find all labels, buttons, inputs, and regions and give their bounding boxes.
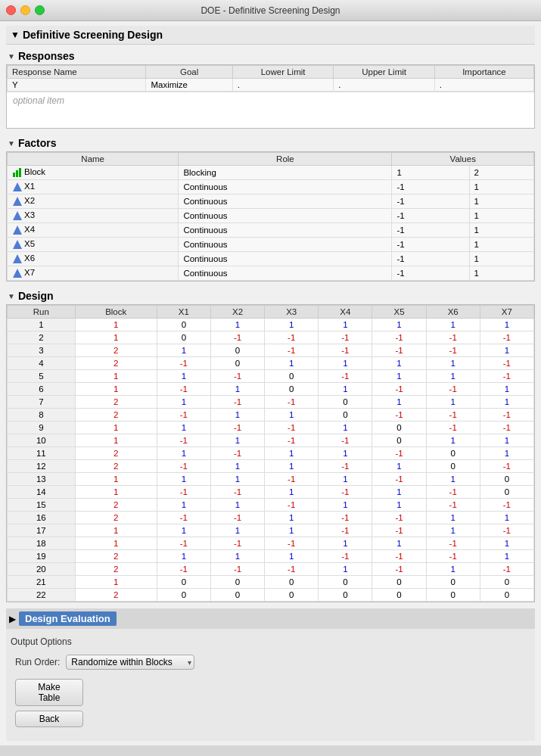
factor-row[interactable]: X4 Continuous -1 1 [8, 223, 534, 238]
design-cell: 0 [480, 589, 533, 602]
output-options-label: Output Options [6, 633, 535, 650]
factor-row[interactable]: X6 Continuous -1 1 [8, 252, 534, 266]
maximize-button[interactable] [35, 5, 45, 15]
design-cell: 2 [75, 409, 157, 422]
svg-marker-7 [13, 240, 22, 249]
design-cell: 0 [265, 589, 319, 602]
design-row: 42-101111-1 [8, 357, 534, 370]
dsd-collapse-icon[interactable]: ▼ [11, 30, 20, 40]
design-cell: 1 [480, 396, 533, 409]
design-cell: -1 [372, 473, 426, 486]
col-values: Values [392, 153, 534, 166]
factor-v1-cell: -1 [392, 252, 469, 266]
close-button[interactable] [6, 5, 16, 15]
design-evaluation-title: Design Evaluation [19, 611, 117, 626]
design-cell: 1 [265, 460, 319, 473]
design-header-row: RunBlockX1X2X3X4X5X6X7 [8, 306, 534, 319]
buttons-area: Make Table Back [6, 674, 535, 735]
design-cell: 3 [8, 344, 76, 357]
design-section-header[interactable]: ▼ Design [6, 288, 535, 304]
design-cell: 1 [372, 319, 426, 331]
design-cell: 0 [319, 396, 372, 409]
design-cell: 1 [210, 409, 264, 422]
design-cell: 2 [75, 550, 157, 563]
factor-row[interactable]: X2 Continuous -1 1 [8, 194, 534, 209]
factors-section-header[interactable]: ▼ Factors [6, 135, 535, 151]
run-order-select[interactable]: Keep the SameRandomizeRandomize within B… [66, 655, 194, 670]
design-cell: 1 [157, 447, 210, 460]
design-cell: -1 [480, 524, 533, 537]
factor-row[interactable]: X7 Continuous -1 1 [8, 266, 534, 281]
design-row: 82-1110-1-1-1 [8, 409, 534, 422]
design-cell: -1 [372, 383, 426, 396]
factor-name-cell: X1 [8, 180, 179, 194]
run-order-select-wrapper[interactable]: Keep the SameRandomizeRandomize within B… [66, 655, 194, 670]
responses-header-row: Response Name Goal Lower Limit Upper Lim… [8, 66, 534, 79]
design-col-header: X2 [210, 306, 264, 319]
design-cell: 22 [8, 589, 76, 602]
design-cell: 1 [426, 563, 480, 576]
factor-v2-cell: 1 [469, 238, 533, 252]
factor-role-cell: Continuous [179, 266, 392, 281]
factor-role-cell: Continuous [179, 194, 392, 209]
svg-marker-4 [13, 197, 22, 206]
factor-name-cell: X7 [8, 266, 179, 281]
design-cell: 1 [319, 357, 372, 370]
back-button[interactable]: Back [15, 711, 83, 727]
design-evaluation-header[interactable]: ▶ Design Evaluation [6, 608, 535, 629]
factor-row[interactable]: X5 Continuous -1 1 [8, 238, 534, 252]
design-cell: 1 [75, 524, 157, 537]
design-cell: 1 [75, 537, 157, 550]
factor-row[interactable]: Block Blocking 1 2 [8, 166, 534, 180]
design-eval-collapse-icon[interactable]: ▶ [9, 614, 16, 624]
design-cell: -1 [372, 409, 426, 422]
design-cell: 0 [372, 422, 426, 434]
make-table-button[interactable]: Make Table [15, 679, 83, 706]
design-cell: 11 [8, 447, 76, 460]
design-cell: 1 [372, 357, 426, 370]
factor-v1-cell: -1 [392, 209, 469, 223]
design-cell: 2 [75, 344, 157, 357]
continuous-icon [12, 196, 23, 207]
design-cell: 14 [8, 486, 76, 499]
continuous-icon [12, 182, 23, 192]
design-cell: -1 [210, 537, 264, 550]
design-cell: -1 [480, 499, 533, 512]
design-cell: 1 [426, 524, 480, 537]
design-cell: 0 [319, 409, 372, 422]
design-row: 110111111 [8, 319, 534, 331]
factors-collapse-icon: ▼ [8, 139, 15, 148]
factor-row[interactable]: X3 Continuous -1 1 [8, 209, 534, 223]
design-col-header: Run [8, 306, 76, 319]
response-row[interactable]: Y Maximize . . . [8, 79, 534, 92]
factor-name-cell: X6 [8, 252, 179, 266]
design-cell: -1 [265, 344, 319, 357]
design-cell: -1 [426, 409, 480, 422]
minimize-button[interactable] [20, 5, 30, 15]
factor-name-cell: X3 [8, 209, 179, 223]
design-cell: 1 [265, 409, 319, 422]
design-cell: 1 [265, 486, 319, 499]
factor-row[interactable]: X1 Continuous -1 1 [8, 180, 534, 194]
design-row: 15211-111-1-1 [8, 499, 534, 512]
design-row: 3210-1-1-1-11 [8, 344, 534, 357]
design-cell: 18 [8, 537, 76, 550]
design-col-header: X1 [157, 306, 210, 319]
design-cell: 13 [8, 473, 76, 486]
design-cell: 1 [265, 512, 319, 524]
design-cell: 1 [210, 460, 264, 473]
design-cell: 1 [210, 319, 264, 331]
window-title: DOE - Definitive Screening Design [201, 5, 340, 16]
design-cell: -1 [426, 383, 480, 396]
design-cell: 0 [372, 576, 426, 589]
main-content: ▼ Definitive Screening Design ▼ Response… [0, 21, 541, 745]
design-cell: -1 [372, 344, 426, 357]
design-panel: RunBlockX1X2X3X4X5X6X7 110111111210-1-1-… [6, 304, 535, 602]
design-row: 911-1-110-1-1 [8, 422, 534, 434]
responses-section-header[interactable]: ▼ Responses [6, 48, 535, 64]
design-cell: 1 [75, 319, 157, 331]
design-cell: 0 [157, 576, 210, 589]
response-name-cell: Y [8, 79, 146, 92]
svg-marker-3 [13, 182, 22, 191]
design-cell: 1 [75, 434, 157, 447]
